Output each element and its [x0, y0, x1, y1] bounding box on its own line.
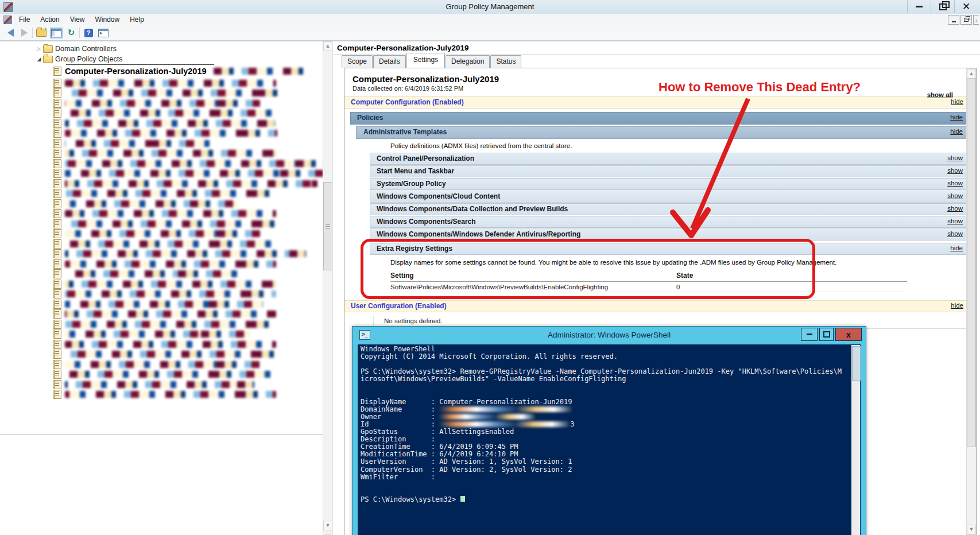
tree-item-selected-gpo[interactable]: Computer-Personalization-July2019	[0, 64, 323, 78]
report-window-button[interactable]	[98, 27, 109, 38]
tree-item-redacted-gpo[interactable]	[0, 350, 323, 360]
expand-expanded-icon[interactable]: ◢	[35, 56, 43, 62]
extra-registry-warning: Display names for some settings cannot b…	[390, 259, 967, 266]
tree-item-redacted-gpo[interactable]	[0, 269, 323, 280]
tree-item-redacted-gpo[interactable]	[0, 78, 323, 88]
tree-item-group-policy-objects[interactable]: ◢ Group Policy Objects	[0, 54, 323, 64]
hide-link[interactable]: hide	[951, 302, 967, 309]
tree-item-redacted-gpo[interactable]	[0, 370, 323, 380]
policies-label: Policies	[357, 114, 383, 122]
tree-item-redacted-gpo[interactable]	[0, 289, 323, 300]
tree-item-domain-controllers[interactable]: ▷ Domain Controllers	[0, 44, 323, 54]
tree-item-redacted-gpo[interactable]	[0, 88, 323, 99]
tree-item-redacted-gpo[interactable]	[0, 149, 323, 159]
tree-item-redacted-gpo[interactable]	[0, 239, 323, 249]
tree-item-redacted-gpo[interactable]	[0, 209, 323, 219]
expand-collapsed-icon[interactable]: ▷	[35, 46, 43, 52]
powershell-console[interactable]: Windows PowerShellCopyright (C) 2014 Mic…	[358, 344, 861, 535]
tree-item-redacted-gpo[interactable]	[0, 199, 323, 209]
powershell-window[interactable]: >_ Administrator: Windows PowerShell x W…	[352, 326, 866, 535]
tree-item-redacted-gpo[interactable]	[0, 118, 323, 129]
tree-item-redacted-gpo[interactable]	[0, 249, 323, 259]
tab-delegation[interactable]: Delegation	[446, 55, 490, 68]
scroll-up-icon[interactable]: ▲	[323, 41, 332, 51]
tree-item-redacted-gpo[interactable]	[0, 129, 323, 139]
scroll-up-icon[interactable]: ▲	[967, 69, 976, 79]
policy-category-label: Start Menu and Taskbar	[377, 167, 454, 175]
tab-settings[interactable]: Settings	[406, 53, 445, 68]
powershell-titlebar[interactable]: >_ Administrator: Windows PowerShell x	[353, 327, 866, 344]
user-configuration-row: hide User Configuration (Enabled)	[344, 300, 967, 312]
tree-item-redacted-gpo[interactable]	[0, 98, 323, 108]
back-button[interactable]	[5, 27, 16, 38]
tree-item-redacted-gpo[interactable]	[0, 359, 323, 370]
up-one-level-button[interactable]	[36, 27, 47, 38]
tab-status[interactable]: Status	[490, 55, 521, 68]
console-scrollbar[interactable]	[851, 345, 860, 535]
ps-maximize-button[interactable]	[819, 328, 834, 341]
show-link[interactable]: show	[947, 180, 966, 187]
tree-item-redacted-gpo[interactable]	[0, 279, 323, 289]
tree-item-redacted-gpo[interactable]	[0, 319, 323, 329]
redacted-gpo-name	[65, 160, 323, 167]
show-link[interactable]: show	[947, 205, 966, 212]
tree-item-redacted-gpo[interactable]	[0, 108, 323, 119]
scroll-down-icon[interactable]: ▼	[967, 525, 976, 534]
menu-help[interactable]: Help	[125, 14, 149, 25]
tree-item-redacted-gpo[interactable]	[0, 259, 323, 269]
report-scrollbar[interactable]: ▲ ▼	[966, 68, 977, 535]
tree-item-redacted-gpo[interactable]	[0, 169, 323, 179]
redacted-gpo-name	[65, 361, 260, 368]
ps-close-button[interactable]: x	[835, 328, 862, 341]
refresh-button[interactable]: ↻	[65, 27, 77, 38]
menu-view[interactable]: View	[65, 14, 90, 25]
hide-link[interactable]: hide	[950, 245, 966, 251]
scroll-down-icon[interactable]: ▼	[323, 521, 332, 530]
minimize-button[interactable]	[907, 0, 931, 13]
show-link[interactable]: show	[947, 154, 966, 161]
help-button[interactable]: ?	[83, 27, 94, 38]
tree-item-redacted-gpo[interactable]	[0, 189, 323, 199]
help-icon: ?	[84, 29, 93, 37]
child-close-button[interactable]: ›	[973, 15, 979, 25]
hide-link[interactable]: hide	[950, 128, 966, 135]
show-link[interactable]: show	[947, 167, 966, 174]
redacted-gpo-name	[65, 170, 323, 177]
tree-item-redacted-gpo[interactable]	[0, 219, 323, 229]
tree-item-redacted-gpo[interactable]	[0, 299, 323, 309]
gpo-scroll-icon	[53, 269, 61, 278]
tree-item-redacted-gpo[interactable]	[0, 179, 323, 189]
tree-item-redacted-gpo[interactable]	[0, 379, 323, 390]
menu-file[interactable]: File	[14, 14, 35, 25]
tree-item-redacted-gpo[interactable]	[0, 390, 323, 400]
tree-item-redacted-gpo[interactable]	[0, 339, 323, 350]
console-tree-toggle-button[interactable]	[51, 27, 62, 38]
tree-item-redacted-gpo[interactable]	[0, 309, 323, 320]
show-all-link[interactable]: show all	[927, 91, 953, 98]
show-link[interactable]: show	[947, 192, 966, 199]
console-scrollbar-thumb[interactable]	[852, 346, 861, 381]
menu-window[interactable]: Window	[90, 14, 125, 25]
tab-details[interactable]: Details	[373, 55, 406, 68]
restore-button[interactable]	[931, 0, 954, 13]
window-title: Group Policy Management	[0, 2, 980, 11]
child-minimize-button[interactable]	[948, 15, 959, 25]
child-restore-button[interactable]	[960, 15, 972, 25]
menu-action[interactable]: Action	[35, 14, 64, 25]
tree-item-redacted-gpo[interactable]	[0, 329, 323, 340]
report-scrollbar-thumb[interactable]	[967, 79, 976, 447]
forward-button[interactable]	[18, 27, 30, 38]
show-link[interactable]: show	[947, 218, 966, 224]
tab-scope[interactable]: Scope	[342, 55, 373, 68]
gpo-scroll-icon	[53, 169, 61, 178]
tree-item-redacted-gpo[interactable]	[0, 158, 323, 169]
close-button[interactable]: ✕	[954, 0, 978, 13]
ps-minimize-button[interactable]	[801, 328, 818, 341]
tree-scrollbar-thumb[interactable]	[323, 182, 332, 270]
policy-category-label: Windows Components/Search	[377, 218, 476, 226]
show-link[interactable]: show	[947, 230, 966, 237]
tree-item-redacted-gpo[interactable]	[0, 229, 323, 239]
tree-item-redacted-gpo[interactable]	[0, 138, 323, 149]
hide-link[interactable]: hide	[950, 114, 966, 121]
hide-link[interactable]: hide	[951, 98, 967, 105]
